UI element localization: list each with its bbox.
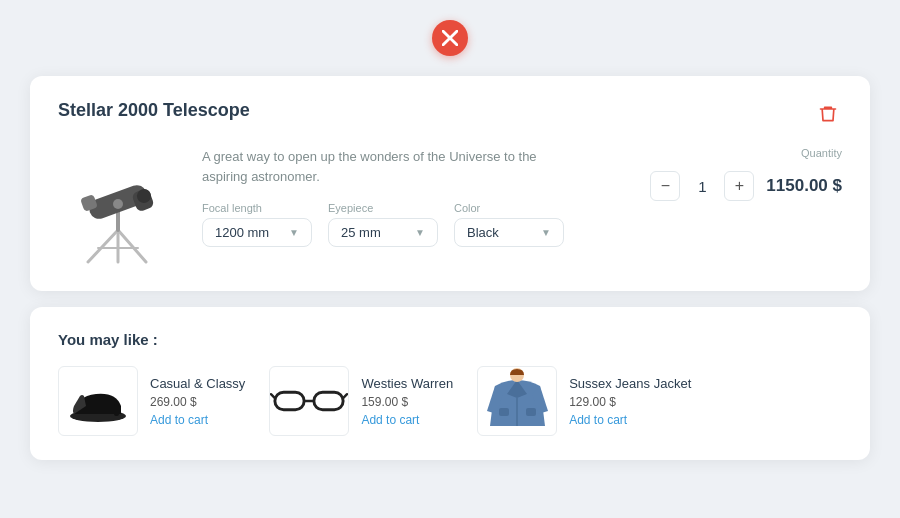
quantity-value: 1 — [692, 178, 712, 195]
rec-info-2: Sussex Jeans Jacket 129.00 $ Add to cart — [569, 376, 691, 427]
product-description: A great way to open up the wonders of th… — [202, 147, 542, 186]
rec-info-1: Westies Warren 159.00 $ Add to cart — [361, 376, 453, 427]
color-value: Black — [467, 225, 499, 240]
quantity-decrease-button[interactable]: − — [650, 171, 680, 201]
selects-row: Focal length 1200 mm ▼ Eyepiece 25 mm ▼ … — [202, 202, 626, 247]
rec-name-2: Sussex Jeans Jacket — [569, 376, 691, 391]
rec-add-button-0[interactable]: Add to cart — [150, 413, 245, 427]
rec-item-2: Sussex Jeans Jacket 129.00 $ Add to cart — [477, 366, 691, 436]
rec-price-2: 129.00 $ — [569, 395, 691, 409]
quantity-label: Quantity — [801, 147, 842, 159]
focal-length-group: Focal length 1200 mm ▼ — [202, 202, 312, 247]
svg-rect-12 — [275, 392, 304, 410]
focal-length-value: 1200 mm — [215, 225, 269, 240]
color-select[interactable]: Black ▼ — [454, 218, 564, 247]
rec-image-1 — [269, 366, 349, 436]
svg-rect-11 — [114, 404, 119, 416]
eyepiece-chevron-icon: ▼ — [415, 227, 425, 238]
product-details: A great way to open up the wonders of th… — [202, 147, 626, 247]
rec-item-0: Casual & Classy 269.00 $ Add to cart — [58, 366, 245, 436]
rec-price-1: 159.00 $ — [361, 395, 453, 409]
eyepiece-label: Eyepiece — [328, 202, 438, 214]
recommendations-title: You may like : — [58, 331, 842, 348]
product-title: Stellar 2000 Telescope — [58, 100, 250, 121]
rec-name-1: Westies Warren — [361, 376, 453, 391]
svg-line-0 — [88, 230, 118, 262]
recommendations-card: You may like : Casual & Classy 269.00 $ … — [30, 307, 870, 460]
eyepiece-group: Eyepiece 25 mm ▼ — [328, 202, 438, 247]
rec-image-0 — [58, 366, 138, 436]
svg-rect-16 — [526, 408, 536, 416]
focal-length-select[interactable]: 1200 mm ▼ — [202, 218, 312, 247]
color-chevron-icon: ▼ — [541, 227, 551, 238]
svg-rect-13 — [314, 392, 343, 410]
rec-price-0: 269.00 $ — [150, 395, 245, 409]
quantity-row: − 1 + 1150.00 $ — [650, 171, 842, 201]
svg-rect-15 — [499, 408, 509, 416]
product-image — [58, 147, 178, 267]
eyepiece-select[interactable]: 25 mm ▼ — [328, 218, 438, 247]
focal-length-label: Focal length — [202, 202, 312, 214]
rec-add-button-1[interactable]: Add to cart — [361, 413, 453, 427]
svg-line-2 — [118, 230, 146, 262]
product-body: A great way to open up the wonders of th… — [58, 147, 842, 267]
product-header: Stellar 2000 Telescope — [58, 100, 842, 131]
color-group: Color Black ▼ — [454, 202, 564, 247]
focal-length-chevron-icon: ▼ — [289, 227, 299, 238]
delete-button[interactable] — [814, 100, 842, 131]
color-label: Color — [454, 202, 564, 214]
quantity-increase-button[interactable]: + — [724, 171, 754, 201]
recommendations-items: Casual & Classy 269.00 $ Add to cart Wes… — [58, 366, 842, 436]
svg-point-9 — [113, 199, 123, 209]
close-button[interactable] — [432, 20, 468, 56]
eyepiece-value: 25 mm — [341, 225, 381, 240]
product-price: 1150.00 $ — [766, 176, 842, 196]
product-card: Stellar 2000 Telescope — [30, 76, 870, 291]
rec-add-button-2[interactable]: Add to cart — [569, 413, 691, 427]
rec-item-1: Westies Warren 159.00 $ Add to cart — [269, 366, 453, 436]
quantity-price-section: Quantity − 1 + 1150.00 $ — [650, 147, 842, 201]
rec-info-0: Casual & Classy 269.00 $ Add to cart — [150, 376, 245, 427]
rec-image-2 — [477, 366, 557, 436]
rec-name-0: Casual & Classy — [150, 376, 245, 391]
